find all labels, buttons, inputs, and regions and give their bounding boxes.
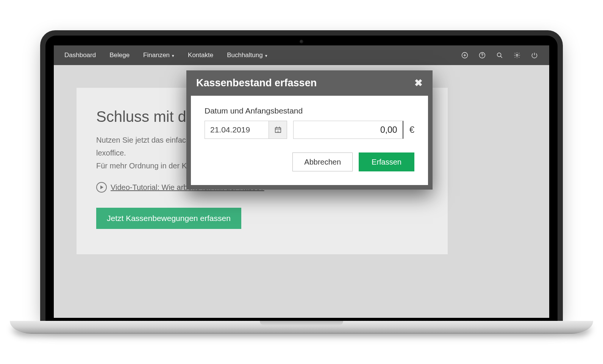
power-icon[interactable] — [530, 51, 539, 59]
nav-buchhaltung[interactable]: Buchhaltung▾ — [227, 51, 267, 59]
opening-balance-field[interactable] — [293, 121, 403, 139]
modal-title: Kassenbestand erfassen — [196, 77, 317, 89]
panel-desc-line: lexoffice. — [96, 149, 126, 157]
nav-kontakte[interactable]: Kontakte — [188, 51, 213, 59]
nav-dashboard[interactable]: Dashboard — [64, 51, 96, 59]
calendar-icon[interactable]: 12 — [269, 121, 287, 139]
search-icon[interactable] — [495, 51, 504, 59]
gear-icon[interactable] — [513, 51, 521, 59]
webcam-dot — [300, 40, 303, 44]
svg-text:12: 12 — [277, 130, 279, 132]
svg-line-6 — [501, 56, 502, 58]
submit-button[interactable]: Erfassen — [359, 152, 414, 171]
help-icon[interactable] — [478, 51, 486, 59]
chevron-down-icon: ▾ — [265, 53, 267, 58]
date-field[interactable] — [205, 121, 269, 139]
laptop-frame: Dashboard Belege Finanzen▾ Kontakte Buch… — [10, 30, 593, 334]
panel-desc-line: Für mehr Ordnung in der Kas — [96, 162, 195, 170]
close-icon[interactable]: ✖ — [414, 77, 423, 89]
cancel-button[interactable]: Abbrechen — [292, 152, 353, 171]
record-cash-movements-button[interactable]: Jetzt Kassenbewegungen erfassen — [96, 208, 241, 229]
play-icon — [96, 182, 107, 193]
chevron-down-icon: ▾ — [172, 53, 174, 58]
cash-balance-modal: Kassenbestand erfassen ✖ Datum und Anfan… — [186, 70, 433, 190]
top-nav: Dashboard Belege Finanzen▾ Kontakte Buch… — [54, 45, 549, 65]
svg-point-4 — [482, 57, 482, 57]
nav-belege[interactable]: Belege — [109, 51, 130, 59]
add-icon[interactable] — [461, 51, 469, 59]
panel-desc-line: Nutzen Sie jetzt das einfache — [96, 136, 194, 144]
nav-finanzen[interactable]: Finanzen▾ — [143, 51, 174, 59]
modal-section-label: Datum und Anfangsbestand — [205, 106, 414, 115]
laptop-base — [10, 321, 593, 334]
svg-point-5 — [497, 53, 501, 57]
currency-label: € — [409, 124, 414, 135]
svg-point-7 — [516, 54, 518, 56]
app-screen: Dashboard Belege Finanzen▾ Kontakte Buch… — [54, 45, 549, 318]
